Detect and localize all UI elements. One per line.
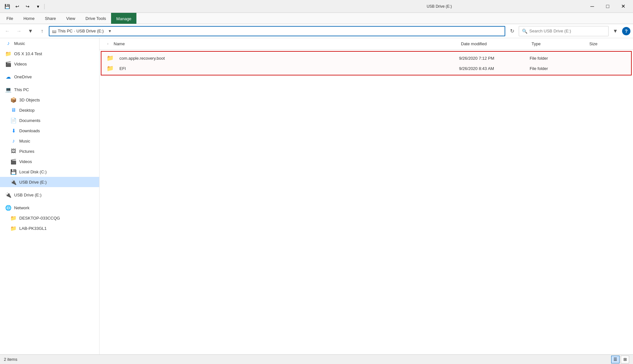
- sidebar-item-label: LAB-PK33GL1: [19, 226, 47, 231]
- close-button[interactable]: ✕: [616, 1, 630, 12]
- sidebar-item-label: DESKTOP-033CCQG: [19, 216, 60, 221]
- item-count: 2 items: [4, 357, 17, 362]
- desktop-icon: 🖥: [10, 107, 17, 113]
- music-icon: ♪: [10, 138, 17, 144]
- qat-undo-button[interactable]: ↩: [13, 2, 22, 11]
- up-button[interactable]: ↑: [37, 26, 47, 36]
- sidebar-item-label: Music: [19, 139, 30, 143]
- file-type: File folder: [530, 66, 587, 71]
- col-expand: ›: [105, 42, 111, 46]
- sidebar-item-this-pc[interactable]: 💻 This PC: [0, 84, 99, 95]
- sidebar-item-usb-drive[interactable]: 🔌 USB Drive (E:): [0, 177, 99, 187]
- tab-manage[interactable]: Manage: [111, 13, 136, 24]
- file-selection-box: 📁 com.apple.recovery.boot 9/26/2020 7:12…: [101, 51, 632, 75]
- sidebar-item-label: USB Drive (E:): [14, 193, 41, 197]
- large-icons-view-button[interactable]: ⊞: [621, 356, 629, 363]
- help-button[interactable]: ?: [622, 27, 630, 35]
- col-type-header[interactable]: Type: [532, 41, 589, 46]
- search-input[interactable]: [519, 26, 609, 36]
- sidebar-item-label: Videos: [14, 62, 27, 66]
- sidebar-item-music-top[interactable]: ♪ Music: [0, 38, 99, 48]
- title-bar-left: 💾 ↩ ↪ ▾ |: [3, 2, 294, 11]
- videos-icon: 🎬: [10, 159, 17, 165]
- table-row[interactable]: 📁 com.apple.recovery.boot 9/26/2020 7:12…: [103, 53, 630, 63]
- sidebar-item-usb-drive2[interactable]: 🔌 USB Drive (E:): [0, 190, 99, 200]
- sidebar-item-downloads[interactable]: ⬇ Downloads: [0, 126, 99, 136]
- minimize-button[interactable]: ─: [585, 1, 600, 12]
- usb-icon2: 🔌: [5, 192, 12, 198]
- downloads-icon: ⬇: [10, 128, 17, 134]
- this-pc-icon: 💻: [5, 87, 12, 93]
- address-dropdown-button[interactable]: ▼: [105, 26, 115, 36]
- file-date: 9/26/2020 8:43 AM: [459, 66, 530, 71]
- tab-view[interactable]: View: [61, 13, 80, 24]
- sidebar-scroll[interactable]: ♪ Music 📁 OS X 10.4 Test 🎬 Videos ☁ OneD…: [0, 38, 99, 354]
- recent-locations-button[interactable]: ▼: [26, 26, 35, 36]
- main-content: ♪ Music 📁 OS X 10.4 Test 🎬 Videos ☁ OneD…: [0, 38, 633, 354]
- sidebar-item-label: Desktop: [19, 108, 35, 113]
- address-bar: ← → ▼ ↑ 🖴 This PC › USB Drive (E:) ▼ ↻ 🔍…: [0, 24, 633, 38]
- col-size-header[interactable]: Size: [589, 41, 628, 46]
- sidebar-item-label: Videos: [19, 159, 32, 164]
- music-icon: ♪: [5, 40, 12, 46]
- address-icon: 🖴: [52, 29, 56, 34]
- sidebar-item-music[interactable]: ♪ Music: [0, 136, 99, 146]
- refresh-button[interactable]: ↻: [507, 26, 517, 36]
- usb-icon: 🔌: [10, 179, 17, 185]
- sidebar-item-lab-pc[interactable]: 📁 LAB-PK33GL1: [0, 223, 99, 233]
- sidebar-item-documents[interactable]: 📄 Documents: [0, 115, 99, 126]
- sidebar-item-desktop[interactable]: 🖥 Desktop: [0, 105, 99, 115]
- qat-dropdown-button[interactable]: ▾: [33, 2, 42, 11]
- tab-drive-tools[interactable]: Drive Tools: [80, 13, 111, 24]
- details-view-button[interactable]: ☰: [611, 356, 620, 363]
- sidebar-item-onedrive[interactable]: ☁ OneDrive: [0, 72, 99, 82]
- sidebar-item-label: Documents: [19, 118, 40, 123]
- sidebar-item-local-disk[interactable]: 💾 Local Disk (C:): [0, 167, 99, 177]
- address-segment-thispc[interactable]: This PC: [58, 29, 73, 33]
- sidebar-item-desktop-pc[interactable]: 📁 DESKTOP-033CCQG: [0, 213, 99, 223]
- col-name-header[interactable]: Name: [111, 41, 461, 46]
- search-container: 🔍: [519, 26, 609, 36]
- view-toggle: ☰ ⊞: [611, 356, 629, 363]
- sidebar-item-osx[interactable]: 📁 OS X 10.4 Test: [0, 48, 99, 59]
- tab-share[interactable]: Share: [40, 13, 61, 24]
- sidebar-item-label: Network: [14, 205, 30, 210]
- tab-home[interactable]: Home: [18, 13, 40, 24]
- folder-icon: 📁: [5, 51, 12, 57]
- maximize-button[interactable]: □: [600, 1, 615, 12]
- 3d-objects-icon: 📦: [10, 97, 17, 103]
- ribbon-toggle-button[interactable]: ▼: [611, 26, 620, 36]
- qat-save-button[interactable]: 💾: [3, 2, 12, 11]
- file-type: File folder: [530, 56, 587, 61]
- title-bar: 💾 ↩ ↪ ▾ | USB Drive (E:) ─ □ ✕: [0, 0, 633, 13]
- sidebar-item-videos[interactable]: 🎬 Videos: [0, 156, 99, 167]
- address-separator: ›: [74, 29, 75, 33]
- back-button[interactable]: ←: [3, 26, 12, 36]
- folder-icon: 📁: [107, 65, 114, 72]
- quick-access-toolbar: 💾 ↩ ↪ ▾ |: [3, 2, 45, 11]
- sidebar-item-3d-objects[interactable]: 📦 3D Objects: [0, 95, 99, 105]
- table-row[interactable]: 📁 EFI 9/26/2020 8:43 AM File folder: [103, 63, 630, 74]
- sidebar-item-label: 3D Objects: [19, 98, 40, 102]
- forward-button[interactable]: →: [14, 26, 24, 36]
- sidebar-item-label: Downloads: [19, 128, 40, 133]
- col-date-header[interactable]: Date modified: [461, 41, 532, 46]
- sidebar-item-pictures[interactable]: 🖼 Pictures: [0, 146, 99, 156]
- sidebar-item-label: OneDrive: [14, 74, 32, 79]
- address-path: 🖴 This PC › USB Drive (E:) ▼: [49, 26, 505, 36]
- qat-redo-button[interactable]: ↪: [23, 2, 32, 11]
- window-controls: ─ □ ✕: [585, 1, 630, 12]
- sidebar: ♪ Music 📁 OS X 10.4 Test 🎬 Videos ☁ OneD…: [0, 38, 100, 354]
- tab-file[interactable]: File: [1, 13, 18, 24]
- sidebar-item-videos-top[interactable]: 🎬 Videos: [0, 59, 99, 69]
- spacer: [0, 187, 99, 190]
- sidebar-item-label: USB Drive (E:): [19, 180, 47, 185]
- column-header: › Name Date modified Type Size: [100, 38, 633, 50]
- folder-icon: 📁: [10, 215, 17, 221]
- file-name: EFI: [117, 66, 459, 71]
- address-segment-usb[interactable]: USB Drive (E:): [76, 29, 104, 33]
- sidebar-item-network[interactable]: 🌐 Network: [0, 203, 99, 213]
- file-list: 📁 com.apple.recovery.boot 9/26/2020 7:12…: [100, 50, 633, 354]
- documents-icon: 📄: [10, 117, 17, 124]
- folder-icon: 📁: [107, 55, 114, 62]
